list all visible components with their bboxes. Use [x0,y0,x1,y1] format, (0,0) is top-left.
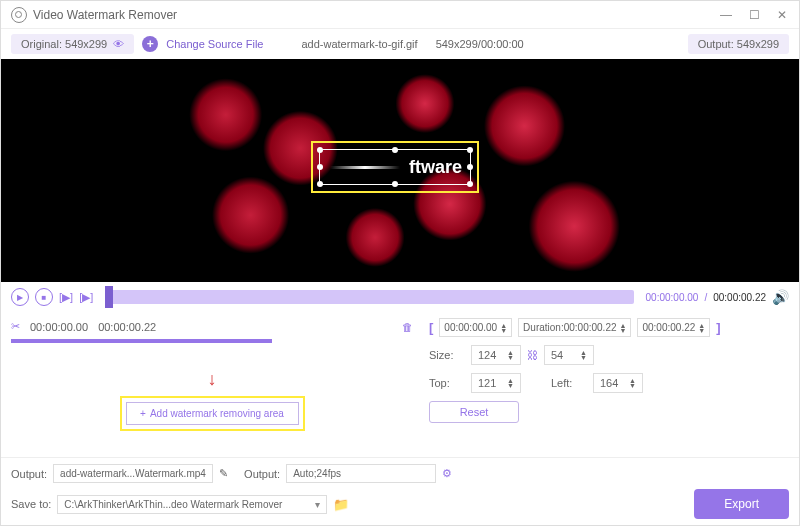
scissors-icon: ✂ [11,320,20,333]
playback-controls: ▶ ■ [▶] [▶] 00:00:00.00/00:00:00.22 🔊 [1,282,799,312]
visibility-icon[interactable]: 👁 [113,38,124,50]
top-label: Top: [429,377,465,389]
duration-end-input[interactable]: 00:00:00.22▲▼ [637,318,710,337]
close-button[interactable]: ✕ [775,8,789,22]
resize-handle-icon[interactable] [317,147,323,153]
output-format-field[interactable]: Auto;24fps [286,464,436,483]
app-window: Video Watermark Remover — ☐ ✕ Original: … [0,0,800,526]
watermark-selection-highlight: ftware [311,141,479,193]
delete-segment-button[interactable]: 🗑 [402,321,413,333]
resize-handle-icon[interactable] [392,181,398,187]
spinner-icon[interactable]: ▲▼ [580,350,587,360]
add-watermark-area-button[interactable]: + Add watermark removing area [126,402,299,425]
video-preview[interactable]: ftware [1,59,799,282]
resize-handle-icon[interactable] [467,181,473,187]
spinner-icon[interactable]: ▲▼ [507,378,514,388]
link-aspect-icon[interactable]: ⛓ [527,349,538,361]
titlebar: Video Watermark Remover — ☐ ✕ [1,1,799,29]
save-path-dropdown[interactable]: C:\ArkThinker\ArkThin...deo Watermark Re… [57,495,327,514]
volume-icon[interactable]: 🔊 [772,289,789,305]
prev-frame-button[interactable]: [▶] [59,291,73,304]
spinner-icon[interactable]: ▲▼ [500,323,507,333]
playhead-icon[interactable] [105,286,113,308]
resize-handle-icon[interactable] [392,147,398,153]
spinner-icon[interactable]: ▲▼ [620,323,627,333]
left-input[interactable]: 164▲▼ [593,373,643,393]
resize-handle-icon[interactable] [317,164,323,170]
segments-panel: ✂ 00:00:00.00 00:00:00.22 🗑 ↓ + Add wate… [11,318,413,451]
timecode-total: 00:00:00.22 [713,292,766,303]
spinner-icon[interactable]: ▲▼ [629,378,636,388]
open-folder-icon[interactable]: 📁 [333,497,349,512]
properties-panel: [ 00:00:00.00▲▼ Duration:00:00:00.22▲▼ 0… [429,318,789,451]
stop-button[interactable]: ■ [35,288,53,306]
segment-start: 00:00:00.00 [30,321,88,333]
app-title: Video Watermark Remover [33,8,719,22]
change-source-button[interactable]: Change Source File [166,38,263,50]
watermark-selection-box[interactable]: ftware [319,149,471,185]
segment-bar[interactable] [11,339,272,343]
spinner-icon[interactable]: ▲▼ [698,323,705,333]
save-to-label: Save to: [11,498,51,510]
play-button[interactable]: ▶ [11,288,29,306]
spinner-icon[interactable]: ▲▼ [507,350,514,360]
output-format-label: Output: [244,468,280,480]
resize-handle-icon[interactable] [467,164,473,170]
bracket-open-icon: [ [429,320,433,335]
output-size-chip: Output: 549x299 [688,34,789,54]
timeline-scrubber[interactable] [105,290,633,304]
duration-label-input[interactable]: Duration:00:00:00.22▲▼ [518,318,631,337]
source-dims-time: 549x299/00:00:00 [436,38,524,50]
add-area-label: Add watermark removing area [150,408,284,419]
plus-icon: + [140,408,146,419]
export-button[interactable]: Export [694,489,789,519]
top-input[interactable]: 121▲▼ [471,373,521,393]
height-input[interactable]: 54▲▼ [544,345,594,365]
add-area-highlight: + Add watermark removing area [120,396,305,431]
reset-button[interactable]: Reset [429,401,519,423]
info-bar: Original: 549x299 👁 + Change Source File… [1,29,799,59]
watermark-text: ftware [409,157,462,178]
resize-handle-icon[interactable] [467,147,473,153]
settings-icon[interactable]: ⚙ [442,467,452,480]
bracket-close-icon: ] [716,320,720,335]
original-size-chip: Original: 549x299 👁 [11,34,134,54]
minimize-button[interactable]: — [719,8,733,22]
timecode-current: 00:00:00.00 [646,292,699,303]
hint-arrow-icon: ↓ [11,369,413,390]
bottom-bar: Output: add-watermark...Watermark.mp4 ✎ … [1,457,799,525]
original-size-label: Original: 549x299 [21,38,107,50]
source-filename: add-watermark-to-gif.gif [301,38,417,50]
add-icon[interactable]: + [142,36,158,52]
next-frame-button[interactable]: [▶] [79,291,93,304]
output-label: Output: [11,468,47,480]
app-logo-icon [11,7,27,23]
left-label: Left: [551,377,587,389]
output-filename-field[interactable]: add-watermark...Watermark.mp4 [53,464,213,483]
maximize-button[interactable]: ☐ [747,8,761,22]
size-label: Size: [429,349,465,361]
edit-filename-icon[interactable]: ✎ [219,467,228,480]
resize-handle-icon[interactable] [317,181,323,187]
segment-end: 00:00:00.22 [98,321,156,333]
duration-start-input[interactable]: 00:00:00.00▲▼ [439,318,512,337]
width-input[interactable]: 124▲▼ [471,345,521,365]
